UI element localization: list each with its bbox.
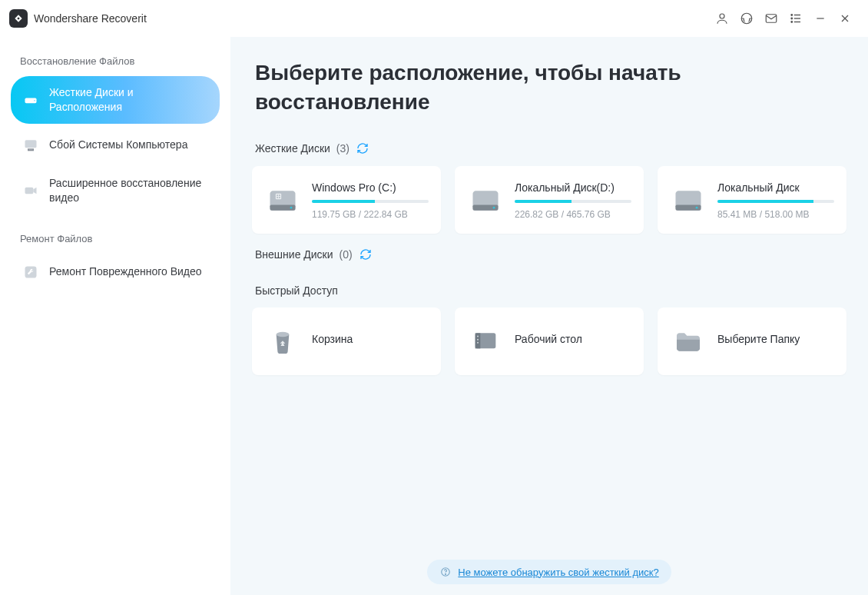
svg-rect-22	[277, 197, 278, 198]
help-icon	[439, 566, 452, 578]
quick-card-desktop[interactable]: Рабочий стол	[455, 307, 644, 375]
close-button[interactable]	[833, 6, 857, 31]
video-icon	[22, 181, 40, 200]
quick-card-label: Рабочий стол	[515, 333, 631, 345]
hdd-icon	[467, 182, 504, 219]
svg-point-28	[696, 206, 698, 208]
svg-rect-19	[276, 193, 281, 198]
section-hard-disks: Жесткие Диски (3)	[255, 141, 843, 155]
disk-usage-bar	[515, 200, 631, 203]
svg-point-33	[477, 338, 479, 340]
svg-point-5	[791, 18, 793, 19]
svg-rect-21	[279, 194, 280, 196]
recycle-bin-icon	[264, 324, 301, 361]
svg-rect-31	[475, 333, 481, 348]
section-count: (3)	[336, 142, 350, 155]
quick-card-select-folder[interactable]: Выберите Папку	[658, 307, 846, 375]
disk-name: Windows Pro (C:)	[312, 181, 429, 194]
sidebar: Восстановление Файлов Жесткие Диски и Ра…	[0, 37, 230, 595]
svg-point-13	[34, 100, 35, 101]
sidebar-section-repair: Ремонт Файлов	[20, 233, 214, 244]
svg-point-7	[791, 22, 793, 23]
section-external-disks: Внешние Диски (0)	[255, 248, 843, 261]
feedback-icon[interactable]	[759, 6, 784, 31]
disk-name: Локальный Диск(D:)	[515, 181, 631, 194]
svg-point-24	[290, 206, 293, 208]
svg-rect-15	[28, 149, 34, 151]
svg-point-34	[477, 341, 479, 343]
title-bar: Wondershare Recoverit	[0, 0, 868, 37]
tip-link[interactable]: Не можете обнаружить свой жесткий диск?	[458, 567, 658, 578]
disk-size: 85.41 MB / 518.00 MB	[717, 209, 834, 220]
sidebar-item-crash[interactable]: Сбой Системы Компьютера	[11, 127, 220, 164]
quick-access-cards: Корзина Рабочий стол Выберите Папку	[252, 307, 846, 375]
disk-card[interactable]: Локальный Диск 85.41 MB / 518.00 MB	[658, 166, 846, 234]
section-title: Внешние Диски	[255, 248, 333, 261]
section-title: Быстрый Доступ	[255, 284, 338, 297]
sidebar-item-label: Сбой Системы Компьютера	[49, 138, 187, 152]
app-title: Wondershare Recoverit	[34, 12, 147, 25]
svg-rect-23	[279, 197, 280, 198]
menu-icon[interactable]	[784, 6, 808, 31]
tip-pill[interactable]: Не можете обнаружить свой жесткий диск?	[427, 560, 671, 584]
quick-card-label: Корзина	[312, 333, 429, 345]
minimize-button[interactable]	[808, 6, 833, 31]
svg-rect-16	[25, 188, 34, 194]
svg-point-3	[791, 15, 793, 16]
disk-usage-bar	[717, 200, 834, 203]
app-logo	[9, 9, 28, 28]
account-icon[interactable]	[710, 6, 734, 31]
desktop-icon	[467, 324, 504, 361]
disk-card[interactable]: Локальный Диск(D:) 226.82 GB / 465.76 GB	[455, 166, 644, 234]
disk-usage-bar	[312, 200, 429, 203]
refresh-icon[interactable]	[359, 248, 373, 261]
tip-bar: Не можете обнаружить свой жесткий диск?	[230, 560, 868, 584]
support-icon[interactable]	[734, 6, 759, 31]
sidebar-item-label: Расширенное восстановление видео	[49, 176, 209, 205]
refresh-icon[interactable]	[356, 141, 369, 155]
disk-size: 119.75 GB / 222.84 GB	[312, 209, 429, 220]
hdd-icon	[670, 182, 707, 219]
quick-card-label: Выберите Папку	[717, 333, 834, 345]
sidebar-item-repair-video[interactable]: Ремонт Поврежденного Видео	[11, 254, 220, 291]
sidebar-item-label: Жесткие Диски и Расположения	[49, 85, 209, 115]
svg-rect-14	[25, 140, 37, 148]
sidebar-item-label: Ремонт Поврежденного Видео	[49, 264, 202, 279]
section-quick-access: Быстрый Доступ	[255, 284, 843, 297]
disk-name: Локальный Диск	[717, 181, 834, 194]
svg-point-32	[477, 335, 479, 337]
sidebar-item-advanced-video[interactable]: Расширенное восстановление видео	[11, 167, 220, 214]
svg-rect-2	[766, 15, 777, 23]
folder-icon	[670, 324, 707, 361]
disk-size: 226.82 GB / 465.76 GB	[515, 209, 631, 220]
svg-point-0	[720, 14, 724, 18]
monitor-icon	[22, 136, 40, 155]
sidebar-item-drives[interactable]: Жесткие Диски и Расположения	[11, 76, 220, 124]
section-count: (0)	[340, 248, 353, 261]
section-title: Жесткие Диски	[255, 142, 330, 155]
svg-point-29	[277, 331, 290, 337]
drive-icon	[22, 91, 40, 109]
quick-card-recycle-bin[interactable]: Корзина	[252, 307, 441, 375]
wrench-icon	[22, 263, 40, 281]
svg-point-36	[446, 573, 446, 574]
hdd-icon	[264, 182, 301, 219]
disk-card[interactable]: Windows Pro (C:) 119.75 GB / 222.84 GB	[252, 166, 441, 234]
svg-point-26	[493, 206, 495, 208]
main-panel: Выберите расположение, чтобы начать восс…	[230, 37, 868, 595]
hard-disk-cards: Windows Pro (C:) 119.75 GB / 222.84 GB Л…	[252, 166, 846, 234]
sidebar-section-recovery: Восстановление Файлов	[20, 55, 214, 67]
svg-rect-20	[277, 194, 278, 196]
page-title: Выберите расположение, чтобы начать восс…	[252, 37, 846, 128]
